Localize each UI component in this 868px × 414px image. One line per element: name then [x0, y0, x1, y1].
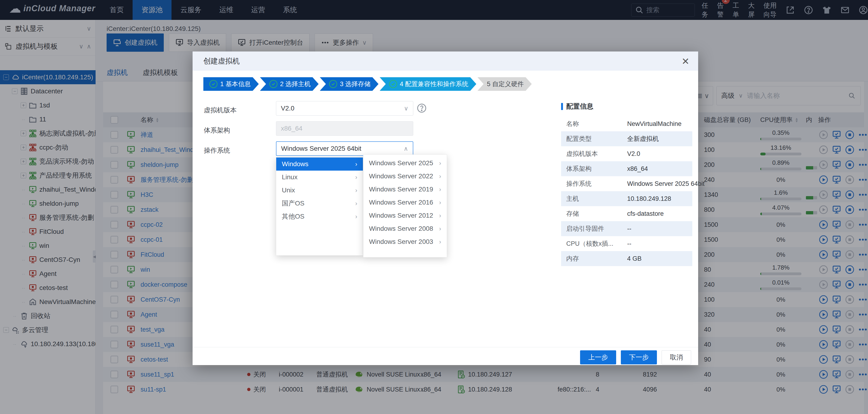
os-version-Windows Server 2025[interactable]: Windows Server 2025›: [363, 157, 447, 170]
step-check-icon: [210, 80, 217, 88]
cancel-button[interactable]: 取消: [661, 350, 691, 365]
step-check-icon: [329, 80, 337, 88]
os-version-label: Windows Server 2025: [369, 160, 433, 167]
chevron-right-icon: ›: [355, 174, 357, 181]
chevron-right-icon: ›: [439, 238, 441, 245]
os-version-label: Windows Server 2019: [369, 185, 433, 193]
chevron-up-icon: ∧: [404, 145, 408, 152]
os-family-Linux[interactable]: Linux›: [276, 171, 363, 184]
os-version-label: Windows Server 2008: [369, 225, 433, 232]
os-version-Windows Server 2019[interactable]: Windows Server 2019›: [363, 183, 447, 196]
config-title-text: 配置信息: [566, 102, 593, 111]
close-icon[interactable]: ✕: [680, 56, 691, 67]
chevron-down-icon: ∨: [404, 105, 408, 112]
config-label: 内存: [566, 254, 627, 263]
help-icon[interactable]: [416, 103, 427, 113]
next-step-button[interactable]: 下一步: [621, 350, 657, 365]
app-root: ☁ inCloud Manager 首页资源池云服务运维运营系统 搜索 任务告警…: [0, 0, 868, 414]
config-summary-panel: 配置信息 名称NewVirtualMachine配置类型全新虚拟机虚拟机版本V2…: [561, 102, 692, 266]
step-label: 5 自定义硬件: [487, 80, 524, 88]
os-family-label: Linux: [282, 173, 298, 181]
arch-input-disabled: x86_64: [276, 121, 413, 136]
wizard-step-3[interactable]: 3 选择存储: [320, 77, 379, 91]
chevron-right-icon: ›: [439, 173, 441, 180]
config-label: 主机: [566, 195, 627, 203]
config-panel-title: 配置信息: [561, 102, 692, 111]
wizard-step-4[interactable]: 4 配置兼容性和操作系统: [380, 77, 476, 91]
config-row-内存: 内存4 GB: [561, 251, 692, 266]
os-version-label: Windows Server 2016: [369, 199, 433, 206]
dialog-footer: 上一步 下一步 取消: [580, 350, 691, 365]
config-label: 体系架构: [566, 165, 627, 173]
config-row-启动引导固件: 启动引导固件--: [561, 221, 692, 236]
chevron-right-icon: ›: [439, 212, 441, 219]
chevron-right-icon: ›: [355, 213, 357, 220]
dialog-header: 创建虚拟机: [193, 51, 698, 71]
chevron-right-icon: ›: [355, 187, 357, 194]
config-label: 虚拟机版本: [566, 149, 627, 158]
wizard-step-5[interactable]: 5 自定义硬件: [477, 77, 532, 91]
step-label: 2 选择主机: [280, 80, 311, 88]
os-family-其他OS[interactable]: 其他OS›: [276, 210, 363, 223]
dialog-title: 创建虚拟机: [204, 56, 240, 66]
create-vm-dialog: 创建虚拟机 ✕ 1 基本信息2 选择主机3 选择存储4 配置兼容性和操作系统5 …: [193, 51, 698, 365]
os-family-label: Windows: [282, 160, 309, 168]
vm-version-value: V2.0: [281, 105, 294, 112]
os-family-Unix[interactable]: Unix›: [276, 184, 363, 197]
config-row-名称: 名称NewVirtualMachine: [561, 116, 692, 131]
os-family-label: Unix: [282, 186, 295, 194]
os-version-label: Windows Server 2022: [369, 172, 433, 180]
os-version-Windows Server 2012[interactable]: Windows Server 2012›: [363, 209, 447, 222]
config-value: --: [627, 240, 631, 247]
os-family-label: 其他OS: [282, 212, 304, 221]
config-row-配置类型: 配置类型全新虚拟机: [561, 131, 692, 146]
config-label: CPU（核数x插...: [566, 239, 627, 248]
config-label: 名称: [566, 119, 627, 128]
chevron-right-icon: ›: [439, 160, 441, 167]
os-label: 操作系统: [204, 146, 230, 155]
config-label: 配置类型: [566, 135, 627, 143]
config-row-CPU（核数x插...: CPU（核数x插...--: [561, 236, 692, 251]
os-version-Windows Server 2008[interactable]: Windows Server 2008›: [363, 222, 447, 235]
config-row-虚拟机版本: 虚拟机版本V2.0: [561, 146, 692, 161]
config-label: 启动引导固件: [566, 225, 627, 233]
step-label: 3 选择存储: [340, 80, 371, 88]
config-label: 操作系统: [566, 179, 627, 188]
config-row-体系架构: 体系架构x86_64: [561, 161, 692, 176]
wizard-steps: 1 基本信息2 选择主机3 选择存储4 配置兼容性和操作系统5 自定义硬件: [204, 77, 533, 91]
config-value: V2.0: [627, 150, 640, 158]
prev-step-button[interactable]: 上一步: [580, 350, 616, 365]
os-family-Windows[interactable]: Windows›: [276, 158, 363, 171]
step-label: 1 基本信息: [220, 80, 251, 88]
menu-pad: [363, 155, 447, 157]
os-select[interactable]: Windows Server 2025 64bit ∧: [276, 141, 413, 156]
title-accent-bar: [561, 103, 563, 110]
os-family-国产OS[interactable]: 国产OS›: [276, 197, 363, 210]
config-row-操作系统: 操作系统Windows Server 2025 64bit: [561, 176, 692, 191]
arch-value: x86_64: [281, 125, 303, 132]
os-version-Windows Server 2022[interactable]: Windows Server 2022›: [363, 170, 447, 183]
step-check-icon: [389, 80, 397, 88]
os-version-menu: Windows Server 2025›Windows Server 2022›…: [363, 154, 447, 257]
wizard-step-2[interactable]: 2 选择主机: [260, 77, 319, 91]
config-value: Windows Server 2025 64bit: [627, 180, 705, 187]
config-row-主机: 主机10.180.249.128: [561, 191, 692, 206]
vm-version-label: 虚拟机版本: [204, 106, 237, 115]
os-select-value: Windows Server 2025 64bit: [281, 145, 361, 152]
chevron-right-icon: ›: [439, 225, 441, 232]
vm-version-select[interactable]: V2.0 ∨: [276, 101, 413, 115]
chevron-right-icon: ›: [439, 199, 441, 206]
os-version-Windows Server 2016[interactable]: Windows Server 2016›: [363, 196, 447, 209]
config-value: --: [627, 225, 631, 232]
os-version-label: Windows Server 2012: [369, 212, 433, 219]
os-family-label: 国产OS: [282, 199, 304, 208]
config-row-存储: 存储cfs-datastore: [561, 206, 692, 221]
arch-label: 体系架构: [204, 126, 230, 135]
os-version-Windows Server 2003[interactable]: Windows Server 2003›: [363, 235, 447, 248]
config-value: cfs-datastore: [627, 210, 664, 217]
os-family-menu: Windows›Linux›Unix›国产OS›其他OS›: [276, 157, 363, 255]
config-value: 全新虚拟机: [627, 135, 659, 143]
config-label: 存储: [566, 209, 627, 218]
wizard-step-1[interactable]: 1 基本信息: [204, 77, 259, 91]
config-value: 10.180.249.128: [627, 195, 671, 202]
